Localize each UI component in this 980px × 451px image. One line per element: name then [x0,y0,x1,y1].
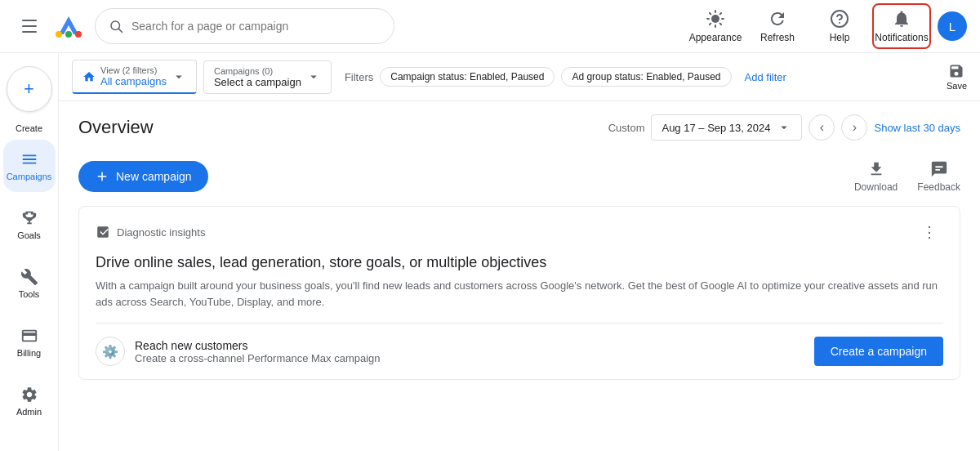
search-input[interactable] [131,20,381,33]
svg-point-5 [711,15,719,23]
main-layout: + Create Campaigns Goals Tools [0,53,980,451]
create-label: Create [16,123,42,133]
card-title: Diagnostic insights [117,226,205,239]
view-label: View (2 filters) [100,65,167,75]
campaigns-dropdown[interactable]: Campaigns (0) Select a campaign [203,60,332,94]
view-dropdown-arrow [172,69,186,84]
card-header: Diagnostic insights ⋮ [96,220,943,244]
save-icon [948,63,964,79]
svg-point-7 [839,22,840,24]
billing-icon [20,327,38,345]
notifications-label: Notifications [875,32,928,43]
top-nav: Appearance Refresh Help Notifications L [0,0,980,53]
appearance-icon [706,9,725,29]
download-button[interactable]: Download [854,160,898,193]
add-filter-button[interactable]: Add filter [738,68,793,87]
campaigns-dropdown-arrow [306,69,321,84]
billing-label: Billing [17,348,41,358]
tools-icon [20,268,38,286]
admin-label: Admin [16,407,42,417]
date-range-button[interactable]: Aug 17 – Sep 13, 2024 [651,114,802,141]
goals-icon [20,209,38,227]
new-campaign-label: New campaign [116,170,192,183]
show-last-button[interactable]: Show last 30 days [874,122,960,134]
nav-actions: Appearance Refresh Help Notifications L [686,3,967,49]
svg-point-1 [56,31,62,38]
notifications-button[interactable]: Notifications [872,3,931,49]
help-button[interactable]: Help [810,3,869,49]
appearance-button[interactable]: Appearance [686,3,745,49]
reach-title: Reach new customers [135,339,381,352]
create-button[interactable]: + [7,66,52,112]
create-campaign-label: Create a campaign [831,345,927,358]
sidebar: + Create Campaigns Goals Tools [0,53,59,451]
feedback-button[interactable]: Feedback [917,160,960,193]
filter-chip-ad-group-status[interactable]: Ad group status: Enabled, Paused [561,67,731,87]
help-icon [830,9,849,29]
all-campaigns-label: All campaigns [100,75,167,87]
custom-label: Custom [608,122,645,134]
new-campaign-button[interactable]: New campaign [78,161,208,192]
date-range-text: Aug 17 – Sep 13, 2024 [662,122,770,134]
sidebar-item-billing[interactable]: Billing [3,316,56,368]
appearance-label: Appearance [689,32,742,43]
sidebar-item-tools[interactable]: Tools [3,257,56,310]
save-label: Save [947,81,967,91]
view-dropdown[interactable]: View (2 filters) All campaigns [72,60,197,94]
hamburger-icon [22,20,37,33]
hamburger-button[interactable] [13,10,46,42]
overview-title: Overview [78,117,154,138]
card-heading: Drive online sales, lead generation, sto… [96,254,943,271]
svg-point-2 [75,31,82,38]
campaign-actions: New campaign Download Feedback [78,160,960,193]
campaigns-label: Campaigns [7,172,52,181]
sidebar-item-goals[interactable]: Goals [3,199,56,251]
filters-label: Filters [345,71,373,83]
admin-icon [20,386,38,404]
download-label: Download [854,181,898,193]
save-button[interactable]: Save [947,63,967,91]
new-campaign-plus-icon [95,169,109,184]
feedback-label: Feedback [917,181,960,193]
reach-section: ⚙️ Reach new customers Create a cross-ch… [96,323,943,366]
select-campaign-label: Select a campaign [214,76,301,88]
campaigns-drop-label: Campaigns (0) [214,66,301,76]
download-icon [867,160,885,178]
svg-line-4 [118,29,122,32]
reach-icon: ⚙️ [96,337,125,366]
sidebar-item-admin[interactable]: Admin [3,375,56,427]
filter-bar: View (2 filters) All campaigns Campaigns… [59,53,980,101]
avatar[interactable]: L [938,11,967,41]
refresh-button[interactable]: Refresh [748,3,807,49]
filter-chip-campaign-status[interactable]: Campaign status: Enabled, Paused [380,67,555,87]
plus-icon: + [24,78,34,100]
filter-section: Filters Campaign status: Enabled, Paused… [345,67,940,87]
google-ads-logo [56,13,82,39]
action-icons: Download Feedback [854,160,960,193]
insights-card: Diagnostic insights ⋮ Drive online sales… [78,206,960,380]
feedback-icon [930,160,948,178]
reach-subtext: Create a cross-channel Performance Max c… [135,352,381,364]
date-controls: Custom Aug 17 – Sep 13, 2024 ‹ › Show la… [608,114,960,141]
main-content: View (2 filters) All campaigns Campaigns… [59,53,980,451]
reach-info: ⚙️ Reach new customers Create a cross-ch… [96,337,381,366]
prev-period-button[interactable]: ‹ [808,114,835,141]
svg-point-0 [65,31,72,38]
diagnostic-insights-icon [96,225,110,239]
create-campaign-button[interactable]: Create a campaign [814,337,943,366]
search-icon [109,19,123,33]
card-description: With a campaign built around your busine… [96,278,943,310]
overview-header: Overview Custom Aug 17 – Sep 13, 2024 ‹ … [59,101,980,147]
card-title-row: Diagnostic insights [96,225,205,239]
refresh-label: Refresh [760,32,795,43]
next-period-button[interactable]: › [841,114,867,141]
card-more-options[interactable]: ⋮ [915,220,943,244]
search-bar[interactable] [95,8,394,44]
help-label: Help [830,32,850,43]
campaigns-icon [20,150,38,168]
goals-label: Goals [17,230,41,240]
sidebar-item-campaigns[interactable]: Campaigns [3,140,56,192]
refresh-icon [768,9,787,29]
campaign-area: New campaign Download Feedback [59,147,980,393]
notifications-icon [892,9,911,29]
